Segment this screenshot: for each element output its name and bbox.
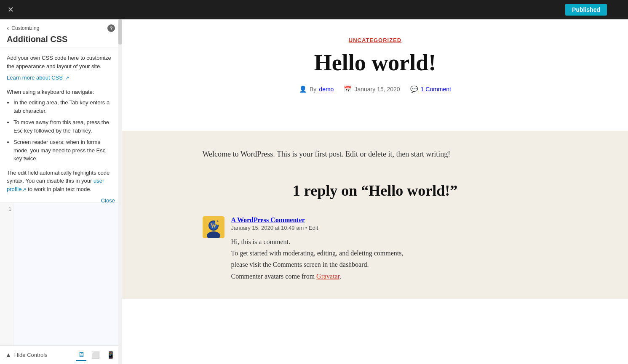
sidebar-bottom-bar: ▲ Hide Controls 🖥 ⬜ 📱	[0, 345, 122, 364]
list-item: In the editing area, the Tab key enters …	[13, 98, 115, 115]
back-icon: ‹	[7, 24, 9, 32]
comments-link[interactable]: 1 Comment	[421, 86, 451, 93]
comment-line3: please visit the Comments screen in the …	[231, 259, 404, 270]
hide-controls-icon: ▲	[5, 351, 12, 359]
gravatar-link[interactable]: Gravatar	[316, 273, 339, 280]
close-link[interactable]: Close	[7, 197, 115, 202]
post-title: Hello world!	[203, 50, 548, 75]
hide-controls-label: Hide Controls	[14, 352, 48, 358]
calendar-icon: 📅	[344, 85, 352, 93]
replies-section: 1 reply on “Hello world!” W	[203, 182, 548, 282]
comment-text: Hi, this is a comment. To get started wi…	[231, 236, 404, 282]
comment-end: .	[339, 273, 341, 280]
comment-edit-link[interactable]: Edit	[309, 225, 318, 231]
category-link[interactable]: UNCATEGORIZED	[349, 37, 401, 43]
post-body-area: Welcome to WordPress. This is your first…	[122, 131, 628, 298]
page-title: Additional CSS	[7, 33, 115, 44]
comment-line2: To get started with moderating, editing,…	[231, 247, 404, 259]
author-icon: 👤	[299, 85, 307, 93]
post-date: January 15, 2020	[354, 86, 400, 93]
description-text: Add your own CSS code here to customize …	[7, 54, 115, 70]
date-meta: 📅 January 15, 2020	[344, 85, 400, 93]
comment-body: A WordPress Commenter January 15, 2020 a…	[231, 216, 404, 282]
comment-line4: Commenter avatars come from Gravatar.	[231, 271, 404, 282]
mobile-icon: 📱	[107, 351, 115, 359]
learn-more-link[interactable]: Learn more about CSS ↗	[7, 74, 115, 82]
author-prefix: By	[310, 86, 316, 93]
main-layout: ‹ Customizing ? Additional CSS Add your …	[0, 19, 628, 364]
avatar-image: W	[203, 216, 224, 238]
close-icon: ✕	[8, 5, 14, 14]
learn-more-label: Learn more about CSS	[7, 74, 63, 81]
post-meta: 👤 By demo 📅 January 15, 2020 💬 1 Comment	[203, 85, 548, 106]
close-button[interactable]: ✕	[4, 3, 17, 16]
sidebar-content: Add your own CSS code here to customize …	[0, 48, 122, 202]
keyboard-nav-title: When using a keyboard to navigate:	[7, 88, 115, 96]
line-numbers: 1	[0, 203, 13, 345]
css-editor-area: 1	[0, 202, 122, 345]
edit-note-text2: to work in plain text mode.	[26, 186, 91, 192]
comment-gravatar-text: Commenter avatars come from	[231, 273, 317, 280]
hide-controls-button[interactable]: ▲ Hide Controls	[5, 351, 48, 359]
author-link[interactable]: demo	[319, 86, 334, 93]
desktop-view-button[interactable]: 🖥	[76, 349, 86, 361]
sidebar: ‹ Customizing ? Additional CSS Add your …	[0, 19, 122, 364]
comment-date-edit: January 15, 2020 at 10:49 am • Edit	[231, 225, 404, 231]
customizing-label: ‹ Customizing ?	[7, 24, 115, 32]
device-icons: 🖥 ⬜ 📱	[76, 349, 117, 361]
replies-title: 1 reply on “Hello world!”	[203, 182, 548, 199]
author-meta: 👤 By demo	[299, 85, 334, 93]
scrollbar-thumb	[118, 19, 122, 45]
keyboard-list: In the editing area, the Tab key enters …	[7, 98, 115, 163]
post-body-text: Welcome to WordPress. This is your first…	[203, 148, 548, 161]
customizing-text: Customizing	[11, 25, 39, 31]
line-number-1: 1	[2, 206, 11, 212]
comment-date: January 15, 2020 at 10:49 am	[231, 225, 304, 231]
commenter-link[interactable]: A WordPress Commenter	[231, 216, 305, 223]
preview-pane: UNCATEGORIZED Hello world! 👤 By demo 📅 J…	[122, 19, 628, 364]
tablet-view-button[interactable]: ⬜	[90, 349, 102, 361]
comments-meta: 💬 1 Comment	[410, 85, 451, 93]
comment-line1: Hi, this is a comment.	[231, 236, 404, 247]
blog-content: UNCATEGORIZED Hello world! 👤 By demo 📅 J…	[186, 19, 565, 131]
help-icon[interactable]: ?	[107, 24, 115, 32]
sidebar-scrollbar[interactable]	[118, 19, 122, 364]
comment-icon: 💬	[410, 85, 418, 93]
mobile-view-button[interactable]: 📱	[105, 349, 117, 361]
post-category: UNCATEGORIZED	[203, 36, 548, 44]
sidebar-header: ‹ Customizing ? Additional CSS	[0, 19, 122, 48]
comment-separator: •	[305, 225, 309, 231]
list-item: Screen reader users: when in forms mode,…	[13, 138, 115, 163]
tablet-icon: ⬜	[91, 351, 100, 359]
commenter-name: A WordPress Commenter	[231, 216, 404, 224]
list-item: To move away from this area, press the E…	[13, 118, 115, 135]
css-textarea[interactable]	[13, 203, 122, 345]
back-button[interactable]: ‹	[7, 24, 9, 32]
external-link-icon: ↗	[65, 75, 69, 80]
comment-avatar: W	[203, 216, 224, 238]
edit-field-note: The edit field automatically highlights …	[7, 169, 115, 194]
comment-item: W A WordPress Commenter January 15, 2020…	[203, 216, 548, 282]
desktop-icon: 🖥	[78, 351, 85, 358]
top-bar: ✕ Published	[0, 0, 628, 19]
published-button[interactable]: Published	[565, 4, 607, 16]
